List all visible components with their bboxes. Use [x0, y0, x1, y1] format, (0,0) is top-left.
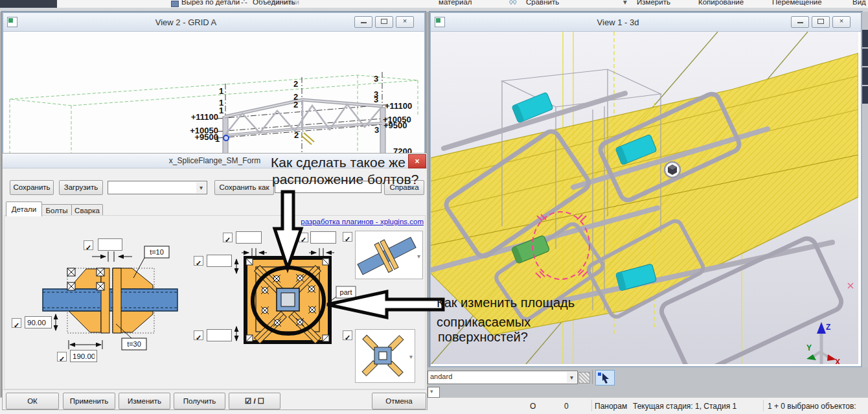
stiffener-layout-preview[interactable]: ▾ — [355, 329, 415, 383]
minimize-button[interactable] — [791, 16, 809, 28]
restore-button[interactable] — [812, 16, 830, 28]
plate-dim-field[interactable] — [207, 329, 232, 341]
checkbox[interactable]: ✓ — [223, 233, 233, 242]
dropdown-arrow-icon: ▾ — [430, 388, 433, 395]
toolbar-item-merge[interactable]: Объединить — [253, 0, 295, 8]
checkbox[interactable]: ✓ — [194, 330, 203, 340]
status-selected: 1 + 0 выбрано объектов: — [768, 402, 856, 411]
help-button[interactable]: Справка — [384, 180, 424, 195]
plate-dim-field[interactable] — [236, 231, 262, 244]
mini-combo[interactable]: ▾ — [428, 387, 440, 398]
checkbox[interactable]: ✓ — [194, 256, 203, 266]
plate-dim-field[interactable] — [310, 231, 336, 244]
dialog-titlebar[interactable]: x_SpliceFlange_SM_Form × — [3, 154, 427, 168]
connection-type-preview[interactable]: ▾ — [355, 231, 423, 279]
cancel-button[interactable]: Отмена — [372, 393, 426, 409]
splice-preview-icon — [356, 231, 421, 277]
status-pan: Панорам — [595, 402, 627, 411]
minimize-button[interactable] — [354, 16, 372, 28]
svg-text:3: 3 — [374, 74, 378, 84]
save-as-button[interactable]: Сохранить как — [214, 180, 274, 195]
check-icon: ✓ — [225, 236, 231, 244]
check-icon: ✓ — [345, 235, 350, 243]
save-as-name-input[interactable] — [275, 181, 382, 193]
chevron-down-icon[interactable]: ▾ — [417, 253, 420, 260]
ok-button[interactable]: ОК — [6, 393, 59, 409]
cursor-icon — [596, 371, 613, 384]
save-button[interactable]: Сохранить — [10, 180, 54, 195]
check-icon: ✓ — [301, 236, 306, 244]
settings-combo[interactable]: ▾ — [108, 181, 207, 194]
dim-90-field[interactable] — [25, 316, 52, 328]
separator — [592, 370, 593, 384]
checkbox[interactable]: ✓ — [84, 240, 93, 250]
compare-droplets-icon: ◊◊ — [509, 0, 516, 8]
get-button[interactable]: Получить — [174, 393, 225, 409]
toolbar-item-cut[interactable]: Вырез по детали — [181, 0, 240, 8]
view-window-icon — [435, 17, 445, 27]
close-button[interactable]: × — [408, 154, 426, 168]
hatch-toggle-button[interactable] — [578, 372, 590, 384]
restore-button[interactable] — [375, 16, 393, 28]
checkbox[interactable]: ✓ — [343, 330, 352, 340]
toolbar-item-copy[interactable]: Копирование — [698, 0, 744, 8]
workplane-symbol — [301, 135, 312, 144]
selection-filter-combo[interactable]: andard ▾ — [428, 371, 578, 384]
modify-button[interactable]: Изменить — [119, 393, 170, 409]
svg-text:+11100: +11100 — [191, 112, 218, 122]
tab-details[interactable]: Детали — [6, 201, 42, 216]
apply-button[interactable]: Применить — [63, 393, 115, 409]
model-3d-canvas[interactable]: Z Y X — [431, 32, 858, 364]
checkbox[interactable]: ✓ — [57, 352, 67, 362]
ribbon-dark-block — [0, 0, 57, 8]
svg-text:+11100: +11100 — [385, 101, 412, 111]
check-icon: ✓ — [86, 244, 91, 251]
checkbox[interactable]: ✓ — [299, 233, 308, 242]
dim-190 — [69, 340, 102, 349]
svg-text:2: 2 — [294, 130, 299, 140]
axis-x-label: X — [835, 358, 840, 364]
part-cut-icon — [171, 1, 179, 7]
checkbox[interactable]: ✓ — [343, 232, 352, 242]
toolbar-item-compare[interactable]: Сравнить — [526, 0, 559, 8]
svg-text:3: 3 — [374, 95, 378, 104]
view-3d-titlebar[interactable]: View 1 - 3d × — [431, 13, 861, 32]
merge-icon: -'- — [241, 0, 247, 8]
check-icon: ✓ — [345, 334, 350, 341]
truss[interactable] — [223, 100, 385, 154]
gap-field[interactable] — [98, 238, 122, 251]
check-icon: ✓ — [59, 355, 65, 363]
t10-label: t=10 — [133, 246, 169, 278]
dropdown-arrow-icon[interactable]: ▾ — [196, 182, 206, 193]
select-cursor-button[interactable] — [595, 370, 615, 385]
svg-text:2: 2 — [293, 79, 298, 89]
svg-text:3: 3 — [374, 125, 379, 135]
dropdown-arrow-icon[interactable]: ▾ — [623, 0, 627, 8]
plate-dim-field[interactable] — [207, 255, 232, 267]
check-icon: ✓ — [196, 334, 201, 341]
toolbar-item-measure[interactable]: Измерить — [637, 0, 670, 8]
grid-view-titlebar[interactable]: View 2 - GRID A × — [3, 13, 424, 32]
bolt-plate-diagram: part — [236, 248, 356, 343]
load-button[interactable]: Загрузить — [59, 180, 103, 195]
view-3d-title: View 1 - 3d — [445, 17, 791, 27]
toolbar-item-move[interactable]: Перемещение — [772, 0, 822, 8]
toggle-all-checkboxes-button[interactable]: ☑ / ☐ — [229, 393, 280, 409]
close-button[interactable]: × — [832, 16, 851, 28]
svg-text:+9500: +9500 — [383, 121, 407, 130]
checkbox[interactable]: ✓ — [12, 318, 21, 328]
status-stage: Текущая стадия: 1, Стадия 1 — [633, 402, 737, 411]
toolbar-item-material[interactable]: материал — [439, 0, 472, 8]
close-button[interactable]: × — [396, 16, 414, 28]
svg-text:t=30: t=30 — [127, 340, 141, 348]
rotation-center-icon[interactable] — [665, 162, 680, 178]
axis-y-label: Y — [806, 343, 812, 352]
dropdown-arrow-icon[interactable]: ▾ — [567, 372, 577, 383]
axis-z-label: Z — [826, 323, 830, 332]
chevron-down-icon[interactable]: ▾ — [409, 353, 413, 360]
gap-dimension — [92, 251, 132, 262]
dim-190-field[interactable] — [70, 350, 97, 362]
svg-text:t=10: t=10 — [150, 248, 164, 256]
toolbar-item-view[interactable]: Вид — [852, 0, 866, 8]
svg-text:1: 1 — [219, 106, 223, 115]
